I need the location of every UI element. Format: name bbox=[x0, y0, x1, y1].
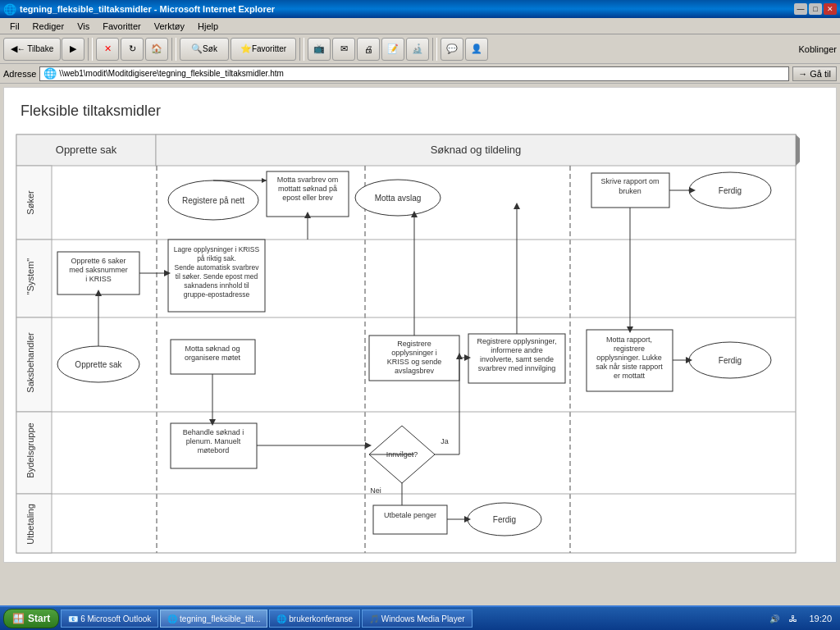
svg-text:Skrive rapport om: Skrive rapport om bbox=[600, 177, 659, 185]
toolbar-separator bbox=[88, 38, 93, 61]
contacts-button[interactable]: 👤 bbox=[465, 38, 488, 61]
toolbar-separator-2 bbox=[171, 38, 176, 61]
messenger-button[interactable]: 💬 bbox=[441, 38, 463, 61]
svg-text:sak når siste rapport: sak når siste rapport bbox=[596, 363, 663, 371]
back-button[interactable]: ◀ ← Tilbake bbox=[3, 38, 61, 61]
svg-text:epost eller brev: epost eller brev bbox=[282, 194, 333, 202]
svg-text:organisere møtet: organisere møtet bbox=[185, 354, 241, 362]
menu-bar: Fil Rediger Vis Favoritter Verktøy Hjelp bbox=[0, 18, 840, 34]
taskbar-ie[interactable]: 🌐 tegning_fleksible_tilt... bbox=[160, 609, 267, 628]
svg-text:i KRISS: i KRISS bbox=[85, 275, 112, 283]
svg-text:Motta søknad og: Motta søknad og bbox=[185, 345, 240, 353]
address-input[interactable]: 🌐 \\web1\modit\Moditdigisere\tegning_fle… bbox=[39, 66, 789, 81]
flow-diagram: Opprette sak Søknad og tildeling Søker "… bbox=[12, 126, 800, 561]
svg-text:plenum. Manuelt: plenum. Manuelt bbox=[186, 437, 241, 445]
svg-text:mottatt søknad på: mottatt søknad på bbox=[278, 185, 337, 193]
taskbar-outlook[interactable]: 📧 6 Microsoft Outlook bbox=[61, 609, 158, 628]
go-button[interactable]: → Gå til bbox=[792, 66, 837, 81]
svg-text:Søker: Søker bbox=[25, 190, 35, 215]
svg-text:Ja: Ja bbox=[441, 437, 449, 445]
svg-text:involverte, samt sende: involverte, samt sende bbox=[480, 355, 554, 363]
svg-text:"System": "System" bbox=[25, 258, 35, 295]
menu-hjelp[interactable]: Hjelp bbox=[191, 20, 225, 33]
svg-text:Utbetaling: Utbetaling bbox=[25, 504, 35, 545]
svg-text:Registrere opplysninger,: Registrere opplysninger, bbox=[477, 337, 556, 345]
svg-text:Opprette sak: Opprette sak bbox=[75, 360, 122, 369]
toolbar: ◀ ← Tilbake ▶ ✕ ↻ 🏠 🔍 Søk ⭐ Favoritter 📺… bbox=[0, 34, 840, 64]
edit-button[interactable]: 📝 bbox=[381, 38, 404, 61]
svg-text:saknadens innhold til: saknadens innhold til bbox=[184, 281, 249, 290]
svg-text:på riktig sak.: på riktig sak. bbox=[197, 254, 236, 262]
svg-text:Motta svarbrev om: Motta svarbrev om bbox=[277, 176, 339, 184]
svg-text:Bydelsgruppe: Bydelsgruppe bbox=[25, 422, 35, 477]
svg-text:Lagre opplysninger i KRISS: Lagre opplysninger i KRISS bbox=[174, 245, 260, 253]
print-button[interactable]: 🖨 bbox=[357, 38, 380, 61]
svg-text:Registere på nett: Registere på nett bbox=[182, 196, 244, 205]
svg-text:bruken: bruken bbox=[619, 187, 641, 195]
svg-text:Ferdig: Ferdig bbox=[493, 515, 516, 524]
minimize-button[interactable]: — bbox=[794, 3, 807, 15]
window-controls[interactable]: — □ ✕ bbox=[794, 3, 837, 15]
menu-fil[interactable]: Fil bbox=[3, 20, 26, 33]
svg-text:møtebord: møtebord bbox=[198, 446, 230, 454]
svg-text:opplysninger i: opplysninger i bbox=[391, 349, 437, 357]
refresh-button[interactable]: ↻ bbox=[121, 38, 144, 61]
tray-sound: 🔊 bbox=[766, 613, 783, 625]
svg-text:avslagsbrev: avslagsbrev bbox=[395, 367, 435, 375]
taskbar-bruker[interactable]: 🌐 brukerkonferanse bbox=[269, 609, 360, 628]
svg-text:Nei: Nei bbox=[370, 486, 381, 495]
tray-network: 🖧 bbox=[786, 613, 801, 625]
content-area: Fleksible tiltaksmidler Opprette sak Søk… bbox=[3, 87, 837, 563]
close-button[interactable]: ✕ bbox=[824, 3, 837, 15]
address-label: Adresse bbox=[3, 69, 36, 79]
svg-rect-108 bbox=[373, 505, 447, 534]
taskbar: 🪟 Start 📧 6 Microsoft Outlook 🌐 tegning_… bbox=[0, 605, 840, 630]
taskbar-system-tray: 🔊 🖧 19:20 bbox=[766, 612, 837, 625]
toolbar-separator-4 bbox=[432, 38, 437, 61]
media-button[interactable]: 📺 bbox=[308, 38, 331, 61]
svg-text:informere andre: informere andre bbox=[491, 346, 543, 354]
svg-marker-6 bbox=[796, 135, 800, 166]
links-label: Koblinger bbox=[799, 44, 837, 54]
system-clock: 19:20 bbox=[804, 612, 837, 625]
chart-title: Fleksible tiltaksmidler bbox=[12, 96, 828, 126]
svg-text:til søker. Sende epost med: til søker. Sende epost med bbox=[176, 272, 258, 281]
svg-text:svarbrev med innvilging: svarbrev med innvilging bbox=[478, 364, 556, 372]
menu-rediger[interactable]: Rediger bbox=[26, 20, 71, 33]
svg-text:Sende automatisk svarbrev: Sende automatisk svarbrev bbox=[175, 263, 260, 272]
svg-text:KRISS og sende: KRISS og sende bbox=[387, 358, 442, 366]
search-button[interactable]: 🔍 Søk bbox=[180, 38, 229, 61]
stop-button[interactable]: ✕ bbox=[96, 38, 119, 61]
title-bar-text: 🌐 tegning_fleksible_tiltaksmidler - Micr… bbox=[3, 3, 275, 16]
toolbar-separator-3 bbox=[299, 38, 304, 61]
menu-verktoy[interactable]: Verktøy bbox=[148, 20, 191, 33]
svg-text:registrere: registrere bbox=[614, 345, 645, 353]
svg-text:med saksnummer: med saksnummer bbox=[69, 266, 128, 274]
svg-text:Ferdig: Ferdig bbox=[719, 186, 742, 195]
svg-text:Ferdig: Ferdig bbox=[719, 356, 742, 365]
title-bar: 🌐 tegning_fleksible_tiltaksmidler - Micr… bbox=[0, 0, 840, 18]
start-button[interactable]: 🪟 Start bbox=[3, 609, 59, 628]
maximize-button[interactable]: □ bbox=[809, 3, 822, 15]
home-button[interactable]: 🏠 bbox=[145, 38, 168, 61]
svg-text:Behandle søknad i: Behandle søknad i bbox=[183, 428, 244, 436]
svg-text:Registrere: Registrere bbox=[397, 340, 431, 348]
menu-vis[interactable]: Vis bbox=[71, 20, 96, 33]
svg-text:Motta avslag: Motta avslag bbox=[375, 194, 422, 203]
favorites-button[interactable]: ⭐ Favoritter bbox=[231, 38, 296, 61]
taskbar-media[interactable]: 🎵 Windows Media Player bbox=[362, 609, 472, 628]
svg-text:Søknad og tildeling: Søknad og tildeling bbox=[431, 144, 522, 156]
menu-favoritter[interactable]: Favoritter bbox=[96, 20, 147, 33]
research-button[interactable]: 🔬 bbox=[406, 38, 429, 61]
svg-text:Saksbehandler: Saksbehandler bbox=[25, 332, 35, 393]
svg-text:opplysninger. Lukke: opplysninger. Lukke bbox=[596, 354, 662, 362]
svg-text:gruppe-epostadresse: gruppe-epostadresse bbox=[184, 290, 250, 299]
address-bar: Adresse 🌐 \\web1\modit\Moditdigisere\teg… bbox=[0, 64, 840, 84]
svg-text:Opprette sak: Opprette sak bbox=[56, 144, 117, 156]
mail-button[interactable]: ✉ bbox=[332, 38, 355, 61]
svg-text:Utbetale penger: Utbetale penger bbox=[384, 511, 436, 519]
svg-text:Opprette 6 saker: Opprette 6 saker bbox=[71, 257, 126, 265]
svg-text:er mottatt: er mottatt bbox=[614, 372, 646, 380]
forward-button[interactable]: ▶ bbox=[62, 38, 84, 61]
svg-text:Motta rapport,: Motta rapport, bbox=[606, 336, 652, 344]
